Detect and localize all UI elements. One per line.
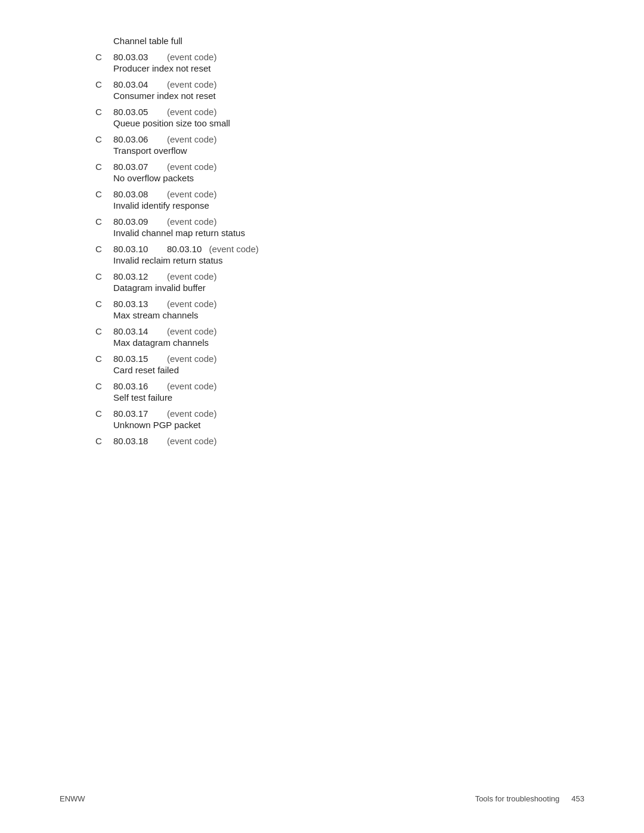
entry-description-3: Transport overflow [113, 145, 584, 156]
page-footer: ENWW Tools for troubleshooting 453 [60, 794, 584, 803]
entry-group-8: C80.03.12(event code)Datagram invalid bu… [95, 271, 584, 293]
entry-code-7: 80.03.10 [113, 244, 155, 254]
entry-event-label-0: (event code) [167, 52, 216, 62]
entry-event-label-4: (event code) [167, 162, 216, 172]
entry-description-0: Producer index not reset [113, 63, 584, 73]
entry-letter-2: C [95, 107, 107, 117]
entry-header-4: C80.03.07(event code) [95, 162, 584, 172]
entry-event-label-5: (event code) [167, 189, 216, 199]
entry-group-10: C80.03.14(event code)Max datagram channe… [95, 326, 584, 348]
entry-letter-6: C [95, 216, 107, 227]
entry-code-3: 80.03.06 [113, 134, 155, 144]
footer-left: ENWW [60, 794, 85, 803]
footer-right: Tools for troubleshooting 453 [475, 794, 584, 803]
entry-group-3: C80.03.06(event code)Transport overflow [95, 134, 584, 156]
entry-event-label-11: (event code) [167, 354, 216, 364]
entry-letter-5: C [95, 189, 107, 199]
entry-event-label-1: (event code) [167, 79, 216, 89]
entry-description-2: Queue position size too small [113, 118, 584, 128]
entry-group-6: C80.03.09(event code)Invalid channel map… [95, 216, 584, 238]
initial-description: Channel table full [113, 36, 584, 46]
entry-group-11: C80.03.15(event code)Card reset failed [95, 354, 584, 375]
entry-group-2: C80.03.05(event code)Queue position size… [95, 107, 584, 128]
entry-letter-12: C [95, 381, 107, 391]
entry-event-label-13: (event code) [167, 408, 216, 419]
entry-header-11: C80.03.15(event code) [95, 354, 584, 364]
entry-description-9: Max stream channels [113, 310, 584, 320]
entry-letter-4: C [95, 162, 107, 172]
entry-description-6: Invalid channel map return status [113, 228, 584, 238]
entry-letter-0: C [95, 52, 107, 62]
footer-right-label: Tools for troubleshooting [475, 794, 560, 803]
entry-event-label-8: (event code) [167, 271, 216, 281]
entry-group-0: C80.03.03(event code)Producer index not … [95, 52, 584, 73]
entry-event-label-12: (event code) [167, 381, 216, 391]
entry-group-9: C80.03.13(event code)Max stream channels [95, 299, 584, 320]
entry-description-8: Datagram invalid buffer [113, 283, 584, 293]
entries-container: C80.03.03(event code)Producer index not … [95, 52, 584, 446]
entry-header-2: C80.03.05(event code) [95, 107, 584, 117]
entry-event-label-2: (event code) [167, 107, 216, 117]
entry-event-label-14: (event code) [167, 436, 216, 446]
entry-code-4: 80.03.07 [113, 162, 155, 172]
entry-code-14: 80.03.18 [113, 436, 155, 446]
entry-code-8: 80.03.12 [113, 271, 155, 281]
entry-group-5: C80.03.08(event code)Invalid identify re… [95, 189, 584, 210]
entry-letter-10: C [95, 326, 107, 336]
entry-header-14: C80.03.18(event code) [95, 436, 584, 446]
entry-letter-13: C [95, 408, 107, 419]
entry-group-7: C80.03.1080.03.10(event code)Invalid rec… [95, 244, 584, 265]
entry-header-1: C80.03.04(event code) [95, 79, 584, 89]
entry-letter-1: C [95, 79, 107, 89]
content-area: Channel table full C80.03.03(event code)… [95, 36, 584, 446]
entry-description-12: Self test failure [113, 392, 584, 402]
page-number: 453 [571, 794, 584, 803]
entry-description-10: Max datagram channels [113, 337, 584, 348]
entry-group-1: C80.03.04(event code)Consumer index not … [95, 79, 584, 101]
entry-header-13: C80.03.17(event code) [95, 408, 584, 419]
entry-description-5: Invalid identify response [113, 200, 584, 210]
entry-letter-8: C [95, 271, 107, 281]
entry-description-11: Card reset failed [113, 365, 584, 375]
entry-description-1: Consumer index not reset [113, 91, 584, 101]
entry-header-0: C80.03.03(event code) [95, 52, 584, 62]
entry-event-label-7: (event code) [209, 244, 258, 254]
entry-header-8: C80.03.12(event code) [95, 271, 584, 281]
entry-code-9: 80.03.13 [113, 299, 155, 309]
entry-code-12: 80.03.16 [113, 381, 155, 391]
entry-code-2: 80.03.05 [113, 107, 155, 117]
entry-code-13: 80.03.17 [113, 408, 155, 419]
entry-code-6: 80.03.09 [113, 216, 155, 227]
entry-event-label-10: (event code) [167, 326, 216, 336]
entry-header-10: C80.03.14(event code) [95, 326, 584, 336]
entry-header-7: C80.03.1080.03.10(event code) [95, 244, 584, 254]
entry-letter-14: C [95, 436, 107, 446]
entry-code-0: 80.03.03 [113, 52, 155, 62]
entry-event-label-3: (event code) [167, 134, 216, 144]
entry-group-14: C80.03.18(event code) [95, 436, 584, 446]
entry-group-13: C80.03.17(event code)Unknown PGP packet [95, 408, 584, 430]
entry-header-5: C80.03.08(event code) [95, 189, 584, 199]
entry-code-10: 80.03.14 [113, 326, 155, 336]
entry-event-label-6: (event code) [167, 216, 216, 227]
entry-code-11: 80.03.15 [113, 354, 155, 364]
entry-header-6: C80.03.09(event code) [95, 216, 584, 227]
entry-event-label-9: (event code) [167, 299, 216, 309]
entry-description-7: Invalid reclaim return status [113, 255, 584, 265]
entry-header-9: C80.03.13(event code) [95, 299, 584, 309]
entry-header-3: C80.03.06(event code) [95, 134, 584, 144]
entry-description-4: No overflow packets [113, 173, 584, 183]
entry-letter-7: C [95, 244, 107, 254]
page-container: Channel table full C80.03.03(event code)… [0, 0, 644, 833]
entry-code-extra-7: 80.03.10 [167, 244, 202, 254]
entry-group-4: C80.03.07(event code)No overflow packets [95, 162, 584, 183]
entry-letter-11: C [95, 354, 107, 364]
entry-code-1: 80.03.04 [113, 79, 155, 89]
entry-group-12: C80.03.16(event code)Self test failure [95, 381, 584, 402]
entry-letter-9: C [95, 299, 107, 309]
entry-header-12: C80.03.16(event code) [95, 381, 584, 391]
entry-description-13: Unknown PGP packet [113, 420, 584, 430]
entry-letter-3: C [95, 134, 107, 144]
entry-code-5: 80.03.08 [113, 189, 155, 199]
